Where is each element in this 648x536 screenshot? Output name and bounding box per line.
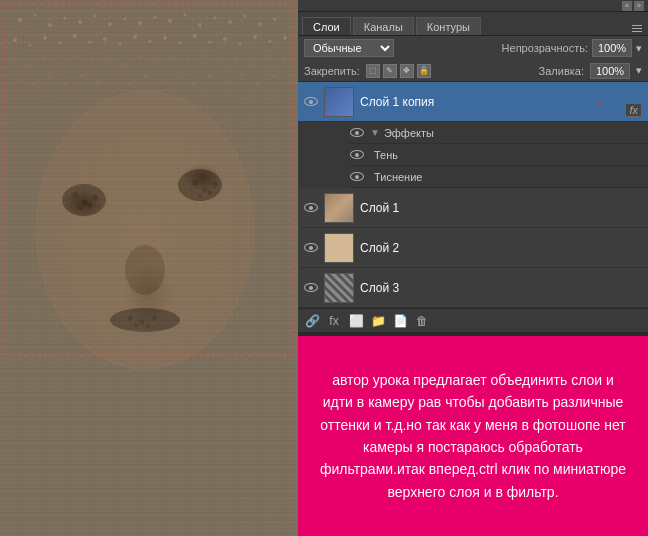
svg-point-80 bbox=[83, 200, 88, 205]
svg-point-29 bbox=[89, 41, 92, 44]
layer-item-3[interactable]: Слой 3 bbox=[298, 268, 648, 308]
svg-point-49 bbox=[106, 57, 110, 61]
svg-point-17 bbox=[184, 14, 187, 17]
svg-point-54 bbox=[186, 61, 190, 65]
collapse-left-button[interactable]: « bbox=[622, 1, 632, 11]
svg-point-20 bbox=[228, 20, 232, 24]
layer-eye-2[interactable] bbox=[302, 239, 320, 257]
layer-name-3: Слой 3 bbox=[360, 281, 644, 295]
effect-eye-shadow[interactable] bbox=[348, 146, 366, 164]
layers-panel: Слои Каналы Контуры Обычные Непрозрачнос… bbox=[298, 12, 648, 332]
svg-point-10 bbox=[78, 20, 82, 24]
layers-toolbar: 🔗 fx ⬜ 📁 📄 🗑 bbox=[298, 308, 648, 332]
effect-item-shadow[interactable]: Тень bbox=[348, 144, 648, 166]
tab-layers[interactable]: Слои bbox=[302, 17, 351, 35]
lock-paint-icon[interactable]: ✎ bbox=[383, 64, 397, 78]
link-layers-button[interactable]: 🔗 bbox=[302, 312, 322, 330]
svg-point-65 bbox=[80, 74, 84, 78]
collapse-right-button[interactable]: » bbox=[634, 1, 644, 11]
svg-point-24 bbox=[13, 38, 17, 42]
svg-point-26 bbox=[43, 36, 47, 40]
svg-point-15 bbox=[154, 16, 157, 19]
svg-point-13 bbox=[124, 18, 127, 21]
svg-point-69 bbox=[144, 75, 148, 79]
opacity-label: Непрозрачность: bbox=[502, 42, 588, 54]
tab-paths[interactable]: Контуры bbox=[416, 17, 481, 35]
layer-item-2[interactable]: Слой 2 bbox=[298, 228, 648, 268]
fill-arrow: ▾ bbox=[636, 64, 642, 77]
svg-point-8 bbox=[48, 23, 52, 27]
svg-point-71 bbox=[176, 76, 180, 80]
blend-mode-select[interactable]: Обычные bbox=[304, 39, 394, 57]
lock-move-icon[interactable]: ✥ bbox=[400, 64, 414, 78]
panel-menu-icon[interactable] bbox=[630, 21, 644, 35]
svg-point-42 bbox=[283, 36, 287, 40]
svg-point-40 bbox=[253, 35, 257, 39]
svg-point-70 bbox=[160, 79, 164, 83]
eye-icon-copy bbox=[304, 97, 318, 106]
svg-point-78 bbox=[288, 79, 292, 83]
svg-point-79 bbox=[72, 192, 78, 198]
svg-point-9 bbox=[64, 17, 67, 20]
effect-eye-emboss[interactable] bbox=[348, 168, 366, 186]
svg-point-58 bbox=[250, 62, 254, 66]
svg-point-88 bbox=[208, 191, 213, 196]
layer-thumb-beige-img bbox=[325, 234, 353, 262]
layer-thumb-3 bbox=[324, 273, 354, 303]
svg-point-83 bbox=[88, 203, 93, 208]
svg-point-45 bbox=[42, 56, 46, 60]
layer-thumb-face-img bbox=[325, 194, 353, 222]
svg-point-46 bbox=[58, 61, 62, 65]
svg-point-21 bbox=[244, 15, 247, 18]
svg-point-72 bbox=[192, 81, 196, 85]
delete-layer-button[interactable]: 🗑 bbox=[412, 312, 432, 330]
layer-eye-copy[interactable] bbox=[302, 93, 320, 111]
layer-thumb-pattern-img bbox=[325, 274, 353, 302]
layer-eye-3[interactable] bbox=[302, 279, 320, 297]
blend-row: Обычные Непрозрачность: ▾ bbox=[298, 36, 648, 60]
svg-point-84 bbox=[192, 180, 198, 186]
svg-point-48 bbox=[90, 60, 94, 64]
fill-input[interactable] bbox=[590, 63, 630, 79]
layer-item-copy[interactable]: Слой 1 копия ← fx bbox=[298, 82, 648, 122]
svg-point-64 bbox=[64, 81, 68, 85]
tab-channels[interactable]: Каналы bbox=[353, 17, 414, 35]
layer-thumb-1 bbox=[324, 193, 354, 223]
new-layer-button[interactable]: 📄 bbox=[390, 312, 410, 330]
right-panel: « » Слои Каналы Контуры Обычные Непрозра… bbox=[298, 0, 648, 536]
svg-point-51 bbox=[138, 55, 142, 59]
lock-transparent-icon[interactable]: ⬚ bbox=[366, 64, 380, 78]
eye-icon-2 bbox=[304, 243, 318, 252]
new-group-button[interactable]: 📁 bbox=[368, 312, 388, 330]
svg-point-35 bbox=[179, 42, 182, 45]
lock-all-icon[interactable]: 🔒 bbox=[417, 64, 431, 78]
svg-point-86 bbox=[212, 182, 218, 188]
add-style-button[interactable]: fx bbox=[324, 312, 344, 330]
layer-eye-1[interactable] bbox=[302, 199, 320, 217]
layer-info-1: Слой 1 bbox=[360, 201, 644, 215]
layers-list: Слой 1 копия ← fx ▼ Эффекты bbox=[298, 82, 648, 308]
svg-point-33 bbox=[149, 40, 152, 43]
svg-point-77 bbox=[272, 75, 276, 79]
tutorial-text: автор урока предлагает объединить слои и… bbox=[318, 369, 628, 503]
svg-point-56 bbox=[218, 60, 222, 64]
opacity-input[interactable] bbox=[592, 39, 632, 57]
svg-point-30 bbox=[103, 37, 107, 41]
svg-point-44 bbox=[26, 63, 30, 67]
svg-point-67 bbox=[112, 77, 116, 81]
effect-item-effects[interactable]: ▼ Эффекты bbox=[348, 122, 648, 144]
effect-eye-effects[interactable] bbox=[348, 124, 366, 142]
add-mask-button[interactable]: ⬜ bbox=[346, 312, 366, 330]
svg-point-92 bbox=[134, 323, 138, 327]
svg-point-81 bbox=[92, 194, 98, 200]
svg-point-52 bbox=[154, 59, 158, 63]
svg-point-75 bbox=[240, 77, 244, 81]
svg-point-41 bbox=[269, 40, 272, 43]
effect-label-effects: Эффекты bbox=[384, 127, 434, 139]
svg-point-82 bbox=[78, 206, 82, 210]
svg-point-25 bbox=[29, 44, 32, 47]
eye-icon-shadow bbox=[350, 150, 364, 159]
effect-item-emboss[interactable]: Тиснение bbox=[348, 166, 648, 188]
layer-item-1[interactable]: Слой 1 bbox=[298, 188, 648, 228]
svg-point-5 bbox=[110, 308, 180, 332]
